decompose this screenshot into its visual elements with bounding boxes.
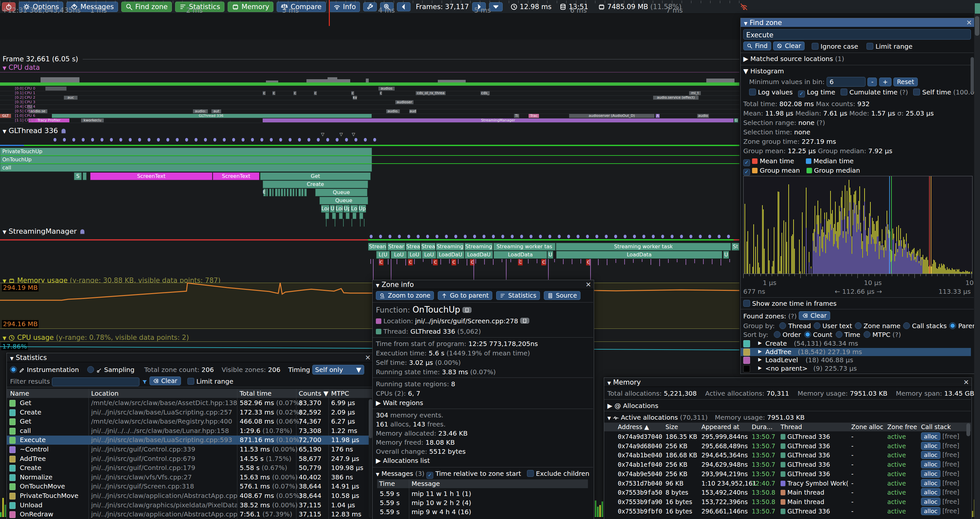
cpu-zone[interactable]: aut bbox=[212, 109, 221, 113]
zone-span[interactable]: LoadDaU bbox=[436, 251, 465, 259]
cpu-data-header[interactable]: ▼ CPU data bbox=[3, 64, 40, 72]
alloc-callstack-button[interactable]: alloc bbox=[921, 469, 940, 478]
copy-button[interactable] bbox=[463, 307, 471, 313]
allocation-row[interactable]: 0x7553b9fa508 bytes153,492,240ns13:50.8 … bbox=[604, 488, 967, 497]
histogram-section-header[interactable]: ▼ Histogram bbox=[743, 67, 784, 75]
zone-span[interactable]: Loi bbox=[335, 205, 343, 212]
memory-titlebar[interactable]: ▼ Memory✕ bbox=[604, 378, 972, 387]
statistics-row[interactable]: Normalizejni/../jni/src/claw/vfs/Vfs.cpp… bbox=[7, 473, 369, 482]
show-zone-time-checkbox[interactable] bbox=[743, 300, 750, 307]
column-header-name[interactable]: Name bbox=[10, 390, 29, 397]
zone-span[interactable]: LoadData bbox=[493, 251, 547, 259]
cpu-zone[interactable] bbox=[366, 114, 372, 118]
cpu-zone[interactable]: audios bbox=[379, 87, 395, 91]
alloc-callstack-button[interactable]: alloc bbox=[921, 442, 940, 450]
statistics-row[interactable]: Executejni/../jni/src/claw/base/LuaScrip… bbox=[7, 436, 369, 445]
statistics-row[interactable]: Createjni/../jni/src/claw/base/LuaScript… bbox=[7, 408, 369, 417]
zone-span[interactable]: Streaming bbox=[465, 243, 493, 251]
column-header-mtpc[interactable]: MTPC bbox=[331, 390, 349, 397]
statistics-row[interactable]: Unloadjni/../jni/src/claw/graphics/pixel… bbox=[7, 501, 369, 510]
cpu-zone[interactable]: Ti bbox=[514, 114, 519, 118]
network-off-icon[interactable] bbox=[740, 3, 748, 11]
statistics-row[interactable]: Get/mnt/e/claw/src/claw/base/Registry.hp… bbox=[7, 417, 369, 426]
active-allocations-header[interactable]: ▼ Active allocations (70,311)Memory usag… bbox=[608, 414, 805, 421]
statistics-row[interactable]: OnRedrawjni/../jni/src/claw/application/… bbox=[7, 510, 369, 519]
cpu-zone[interactable]: c bbox=[262, 91, 266, 95]
sort-by-time-radio[interactable] bbox=[836, 331, 843, 338]
find-zone-histogram[interactable] bbox=[743, 176, 972, 274]
filter-input[interactable] bbox=[52, 377, 140, 386]
allocation-row[interactable]: 0x7553b9fbf016 bytes296,661,146ns13:50.7… bbox=[604, 507, 967, 516]
limit-range-checkbox[interactable] bbox=[188, 378, 194, 385]
log-values-checkbox[interactable] bbox=[749, 89, 756, 96]
zone-span[interactable]: Streaming bbox=[436, 243, 464, 251]
zone-span[interactable]: L(U bbox=[376, 251, 390, 259]
source-button[interactable]: Source bbox=[544, 291, 581, 300]
sampling-radio[interactable] bbox=[87, 366, 94, 373]
group-by-thread-radio[interactable] bbox=[779, 322, 786, 329]
cpu-zone[interactable]: cds_ bbox=[480, 91, 490, 95]
close-icon[interactable]: ✕ bbox=[585, 280, 591, 289]
min-bin-increment-button[interactable]: + bbox=[879, 78, 891, 86]
zone-span[interactable]: U bbox=[330, 205, 335, 212]
close-icon[interactable]: ✕ bbox=[966, 18, 972, 27]
column-header-counts[interactable]: Counts ▼ bbox=[299, 390, 328, 397]
log-time-checkbox[interactable] bbox=[798, 91, 805, 97]
zone-span[interactable]: Strear bbox=[387, 243, 406, 251]
zone-info-titlebar[interactable]: ▼ Zone info✕ bbox=[372, 280, 594, 289]
cpu-zone[interactable]: c bbox=[380, 91, 382, 95]
statistics-titlebar[interactable]: ▼ Statistics✕ bbox=[7, 353, 373, 362]
group-checkbox[interactable] bbox=[743, 169, 750, 176]
statistics-button[interactable]: Statistics bbox=[496, 291, 540, 300]
statistics-row[interactable]: Get/mnt/e/claw/src/claw/base/AssetDict.h… bbox=[7, 399, 369, 408]
allocation-row[interactable]: 0x7531d7b04096 KB1:10 234,952,16112:40.7… bbox=[604, 479, 967, 488]
zone-span[interactable]: LoadDaU bbox=[465, 251, 493, 259]
find-zone-button[interactable]: Find zone bbox=[121, 2, 172, 12]
zone-span-red[interactable]: C bbox=[518, 259, 523, 265]
cpu-zone[interactable]: Trac bbox=[528, 114, 539, 118]
alloc-callstack-button[interactable]: alloc bbox=[921, 432, 940, 441]
alloc-callstack-button[interactable]: alloc bbox=[921, 498, 940, 506]
group-by-user-text-radio[interactable] bbox=[814, 322, 821, 329]
clear-button[interactable]: Clear bbox=[773, 42, 805, 50]
statistics-row[interactable]: ~Controljni/../jni/src/guif/Control.cpp:… bbox=[7, 445, 369, 454]
sort-by-mtpc-radio[interactable] bbox=[864, 331, 870, 338]
zone-span[interactable]: Streaming worker tas bbox=[493, 243, 555, 251]
column-header-size[interactable]: Size bbox=[665, 423, 678, 430]
matched-source-locations[interactable]: ▶ Matched source locations (1) bbox=[743, 55, 844, 63]
allocations-collapsed[interactable]: ▶ @ Allocations bbox=[608, 402, 658, 410]
zone-span[interactable]: Get bbox=[260, 172, 371, 180]
found-zone-group[interactable]: ▶<no parent>(9) 225.73 µs bbox=[741, 364, 971, 373]
statistics-row[interactable]: OnTouchMovejni/../jni/src/guif/Screen.cp… bbox=[7, 482, 369, 491]
zoom-to-zone-button[interactable]: Zoom to zone bbox=[376, 291, 434, 300]
clear-filter-button[interactable]: Clear bbox=[150, 377, 181, 385]
zone-span[interactable]: Strean bbox=[368, 243, 387, 251]
zone-span[interactable]: LoadData bbox=[556, 251, 722, 259]
zone-span-red[interactable]: C bbox=[408, 259, 413, 265]
allocation-row[interactable]: 0x74a9d68040256 KB295,668,489ns13:50.7 G… bbox=[604, 442, 967, 451]
statistics-window[interactable]: ▼ Statistics✕ Instrumentation SamplingTo… bbox=[6, 353, 374, 519]
zone-span[interactable]: Queue bbox=[320, 197, 368, 204]
zone-span[interactable]: LoU bbox=[422, 251, 436, 259]
memory-button[interactable]: Memory bbox=[228, 2, 274, 12]
group-mean-swatch[interactable] bbox=[752, 168, 757, 173]
group-by-call-stacks-radio[interactable] bbox=[903, 322, 910, 329]
cpu-zone[interactable]: G bbox=[734, 118, 738, 122]
main-vertical-scroll-thumb[interactable] bbox=[975, 16, 979, 36]
cpu-zone[interactable]: auc bbox=[64, 96, 78, 100]
main-vertical-scrollbar[interactable] bbox=[974, 14, 980, 519]
cpu-zone[interactable]: A bbox=[656, 114, 660, 118]
cpu-zone[interactable]: audio.service (effect) bbox=[653, 96, 698, 100]
allocation-row[interactable]: 0x74ab9e5040256 KB293,994,219ns13:50.7 G… bbox=[604, 469, 967, 479]
allocation-row[interactable]: 0x7553b9fa9016 bytes153,722,396ns13:50.8… bbox=[604, 498, 967, 507]
column-header-message[interactable]: Message bbox=[412, 480, 440, 487]
timing-select[interactable]: Self only ▼ bbox=[312, 365, 364, 375]
zone-span[interactable]: call bbox=[0, 164, 372, 172]
prev-frame-button[interactable] bbox=[397, 2, 410, 11]
zone-span[interactable]: U bbox=[723, 251, 729, 259]
cpu-zone[interactable]: audio: bbox=[193, 109, 208, 113]
column-header-thread[interactable]: Thread bbox=[781, 423, 802, 430]
cpu-zone[interactable]: cds_ol_rx_threa bbox=[416, 91, 445, 95]
zone-span[interactable]: Strea bbox=[421, 243, 436, 251]
found-zone-group[interactable]: ▶LoadLevel(18) 406.88 µs bbox=[741, 356, 971, 364]
